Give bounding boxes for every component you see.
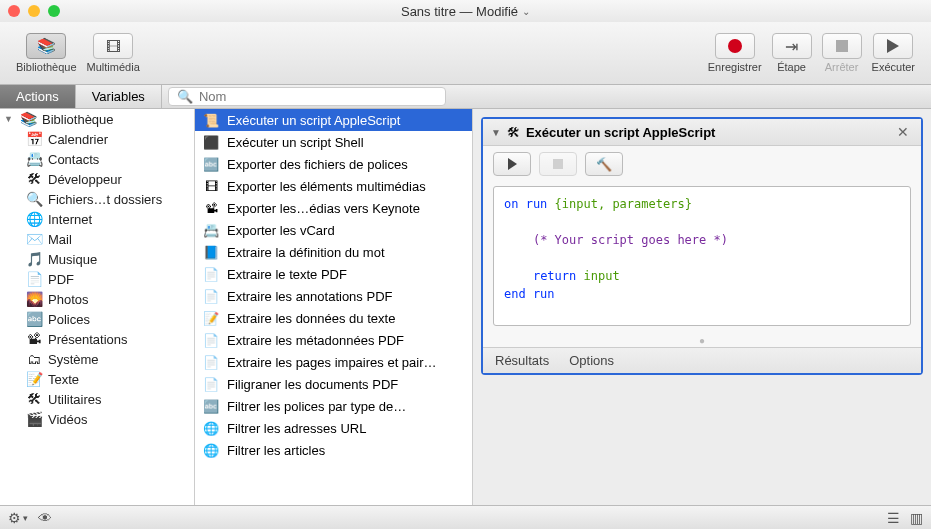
sidebar-item-label: Internet: [48, 212, 92, 227]
action-item[interactable]: 📄Filigraner les documents PDF: [195, 373, 472, 395]
record-button[interactable]: Enregistrer: [704, 31, 766, 75]
sidebar-item[interactable]: 🛠Développeur: [0, 169, 194, 189]
step-header[interactable]: ▼ 🛠 Exécuter un script AppleScript ✕: [483, 119, 921, 146]
action-item[interactable]: 📄Extraire les annotations PDF: [195, 285, 472, 307]
sidebar-item-label: Développeur: [48, 172, 122, 187]
code-comment: (* Your script goes here *): [533, 233, 728, 247]
sidebar-item[interactable]: 📝Texte: [0, 369, 194, 389]
action-item[interactable]: 📄Extraire les métadonnées PDF: [195, 329, 472, 351]
search-field[interactable]: 🔍: [168, 87, 446, 106]
category-icon: 🌐: [26, 211, 42, 227]
category-icon: 🗂: [26, 351, 42, 367]
search-icon: 🔍: [177, 89, 193, 104]
sidebar-item[interactable]: 🔤Polices: [0, 309, 194, 329]
workflow-view-button[interactable]: ▥: [910, 510, 923, 526]
action-item[interactable]: 🔤Filtrer les polices par type de…: [195, 395, 472, 417]
sidebar-item-label: PDF: [48, 272, 74, 287]
sidebar-item[interactable]: 🌄Photos: [0, 289, 194, 309]
sidebar-item[interactable]: 🎵Musique: [0, 249, 194, 269]
category-icon: 📇: [26, 151, 42, 167]
action-icon: 📇: [203, 222, 219, 238]
sidebar-item[interactable]: 📅Calendrier: [0, 129, 194, 149]
quicklook-button[interactable]: 👁: [38, 510, 52, 526]
sidebar-item[interactable]: 🛠Utilitaires: [0, 389, 194, 409]
category-icon: 🌄: [26, 291, 42, 307]
resize-handle[interactable]: ●: [483, 334, 921, 347]
code-return-kw: return: [533, 269, 576, 283]
search-input[interactable]: [199, 89, 437, 104]
sidebar-item-label: Texte: [48, 372, 79, 387]
script-compile-button[interactable]: 🔨: [585, 152, 623, 176]
category-icon: 🔤: [26, 311, 42, 327]
code-args: {input, parameters}: [547, 197, 692, 211]
category-icon: 📅: [26, 131, 42, 147]
record-icon: [715, 33, 755, 59]
action-item[interactable]: 📝Extraire les données du texte: [195, 307, 472, 329]
action-item[interactable]: 📜Exécuter un script AppleScript: [195, 109, 472, 131]
library-folder-icon: 📚: [20, 111, 36, 127]
sidebar-item[interactable]: 🎬Vidéos: [0, 409, 194, 429]
sidebar-item-label: Contacts: [48, 152, 99, 167]
main-toolbar: 📚 Bibliothèque 🎞 Multimédia Enregistrer …: [0, 22, 931, 85]
action-label: Extraire les métadonnées PDF: [227, 333, 404, 348]
run-button[interactable]: Exécuter: [868, 31, 919, 75]
action-item[interactable]: 📘Extraire la définition du mot: [195, 241, 472, 263]
action-item[interactable]: 📄Extraire le texte PDF: [195, 263, 472, 285]
stop-button[interactable]: Arrêter: [818, 31, 866, 75]
action-item[interactable]: 📇Exporter les vCard: [195, 219, 472, 241]
step-icon: ⇥: [772, 33, 812, 59]
gear-menu-button[interactable]: ⚙▾: [8, 510, 28, 526]
sidebar-item[interactable]: 📽Présentations: [0, 329, 194, 349]
category-icon: 🎵: [26, 251, 42, 267]
library-root[interactable]: ▼ 📚 Bibliothèque: [0, 109, 194, 129]
options-tab[interactable]: Options: [569, 353, 614, 368]
action-item[interactable]: 📄Extraire les pages impaires et pair…: [195, 351, 472, 373]
sidebar-item[interactable]: 📄PDF: [0, 269, 194, 289]
run-icon: [873, 33, 913, 59]
action-item[interactable]: ⬛Exécuter un script Shell: [195, 131, 472, 153]
sidebar-item-label: Musique: [48, 252, 97, 267]
action-label: Filigraner les documents PDF: [227, 377, 398, 392]
script-editor[interactable]: on run {input, parameters} (* Your scrip…: [493, 186, 911, 326]
actions-tab[interactable]: Actions: [0, 85, 76, 108]
window-title-text: Sans titre — Modifié: [401, 4, 518, 19]
action-icon: 📄: [203, 354, 219, 370]
script-stop-button[interactable]: [539, 152, 577, 176]
action-icon: 🔤: [203, 156, 219, 172]
log-view-button[interactable]: ☰: [887, 510, 900, 526]
action-label: Exporter les vCard: [227, 223, 335, 238]
workflow-canvas[interactable]: ▼ 🛠 Exécuter un script AppleScript ✕ 🔨 o…: [473, 109, 931, 505]
action-label: Filtrer les polices par type de…: [227, 399, 406, 414]
close-icon[interactable]: ✕: [893, 124, 913, 140]
action-item[interactable]: 🎞Exporter les éléments multimédias: [195, 175, 472, 197]
action-icon: 📽: [203, 200, 219, 216]
minimize-window-button[interactable]: [28, 5, 40, 17]
action-label: Filtrer les adresses URL: [227, 421, 366, 436]
action-item[interactable]: 🔤Exporter des fichiers de polices: [195, 153, 472, 175]
action-item[interactable]: 📽Exporter les…édias vers Keynote: [195, 197, 472, 219]
zoom-window-button[interactable]: [48, 5, 60, 17]
action-item[interactable]: 🌐Filtrer les articles: [195, 439, 472, 461]
library-button[interactable]: 📚 Bibliothèque: [12, 31, 81, 75]
sidebar-item[interactable]: ✉️Mail: [0, 229, 194, 249]
action-icon: 📄: [203, 376, 219, 392]
code-end: end run: [504, 287, 555, 301]
action-label: Exporter des fichiers de polices: [227, 157, 408, 172]
sidebar-item-label: Présentations: [48, 332, 128, 347]
variables-tab[interactable]: Variables: [76, 85, 162, 108]
media-button[interactable]: 🎞 Multimédia: [83, 31, 144, 75]
close-window-button[interactable]: [8, 5, 20, 17]
sidebar-item[interactable]: 🔍Fichiers…t dossiers: [0, 189, 194, 209]
category-icon: 📝: [26, 371, 42, 387]
sidebar-item[interactable]: 🌐Internet: [0, 209, 194, 229]
media-icon: 🎞: [93, 33, 133, 59]
action-item[interactable]: 🌐Filtrer les adresses URL: [195, 417, 472, 439]
step-button[interactable]: ⇥ Étape: [768, 31, 816, 75]
script-run-button[interactable]: [493, 152, 531, 176]
action-label: Filtrer les articles: [227, 443, 325, 458]
sidebar-item[interactable]: 📇Contacts: [0, 149, 194, 169]
sidebar-item[interactable]: 🗂Système: [0, 349, 194, 369]
action-icon: 🔤: [203, 398, 219, 414]
category-icon: 📄: [26, 271, 42, 287]
results-tab[interactable]: Résultats: [495, 353, 549, 368]
